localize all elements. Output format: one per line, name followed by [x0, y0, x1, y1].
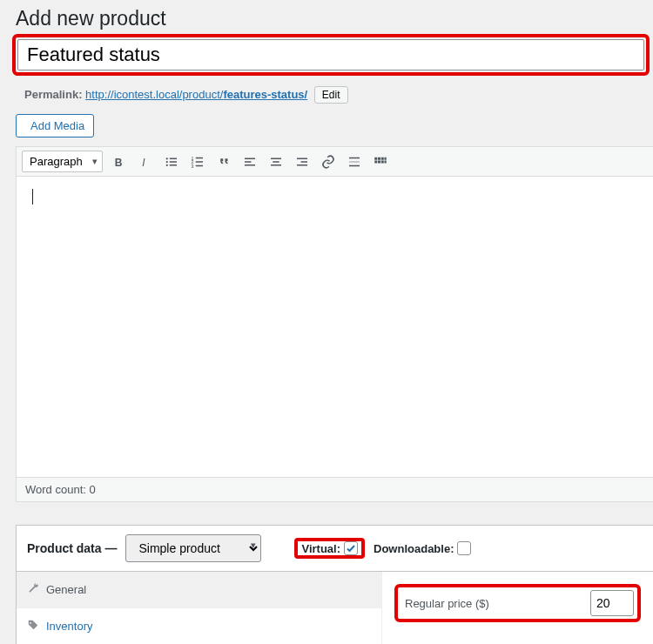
page-title: Add new product: [16, 0, 653, 34]
svg-rect-29: [385, 157, 387, 159]
product-data-title: Product data —: [27, 541, 117, 555]
editor-toolbar: Paragraph B I 123: [17, 147, 653, 177]
regular-price-highlight: Regular price ($): [394, 584, 641, 622]
bold-button[interactable]: B: [110, 152, 129, 171]
svg-text:I: I: [142, 156, 145, 168]
svg-text:3: 3: [192, 163, 194, 168]
align-left-button[interactable]: [240, 152, 259, 171]
svg-point-4: [166, 160, 168, 162]
svg-rect-24: [349, 161, 360, 163]
downloadable-wrap: Downloadable:: [374, 541, 471, 555]
virtual-checkbox[interactable]: [344, 541, 358, 555]
regular-price-input[interactable]: [590, 590, 634, 616]
svg-rect-5: [170, 161, 177, 163]
product-data-header: Product data — Simple product Virtual: D…: [17, 526, 653, 572]
tab-inventory-label: Inventory: [46, 620, 92, 633]
editor-footer: Word count: 0: [17, 477, 653, 501]
product-title-input[interactable]: [17, 39, 644, 70]
svg-rect-22: [297, 164, 307, 166]
tab-inventory[interactable]: Inventory: [17, 608, 381, 644]
permalink-base: http://icontest.local/product/: [85, 88, 223, 101]
product-data-box: Product data — Simple product Virtual: D…: [16, 525, 653, 644]
svg-rect-13: [196, 164, 203, 166]
svg-rect-17: [271, 158, 281, 159]
svg-rect-16: [245, 164, 255, 166]
svg-rect-14: [245, 158, 255, 159]
virtual-label: Virtual:: [301, 542, 340, 555]
svg-rect-20: [297, 158, 307, 159]
svg-rect-27: [378, 157, 380, 159]
text-cursor: [32, 189, 33, 205]
svg-text:B: B: [115, 156, 123, 168]
format-select[interactable]: Paragraph: [22, 151, 103, 172]
bullet-list-button[interactable]: [162, 152, 181, 171]
svg-point-2: [166, 158, 168, 159]
svg-rect-9: [196, 157, 203, 158]
permalink-slug: features-status/: [223, 88, 307, 101]
product-data-tabs: General Inventory: [17, 572, 382, 644]
add-media-button[interactable]: Add Media: [16, 114, 94, 138]
svg-rect-15: [245, 161, 252, 163]
svg-rect-23: [349, 157, 360, 158]
svg-rect-31: [378, 160, 380, 163]
regular-price-label: Regular price ($): [401, 597, 583, 610]
svg-rect-28: [381, 157, 384, 159]
svg-rect-33: [385, 160, 387, 163]
toolbar-toggle-button[interactable]: [371, 152, 390, 171]
svg-rect-3: [170, 158, 177, 159]
downloadable-label: Downloadable:: [374, 542, 454, 555]
tag-icon: [27, 619, 39, 634]
svg-rect-32: [381, 160, 384, 163]
number-list-button[interactable]: 123: [188, 152, 207, 171]
svg-rect-21: [301, 161, 308, 163]
product-data-body: General Inventory Regular price ($): [17, 572, 653, 644]
readmore-button[interactable]: [345, 152, 364, 171]
svg-point-6: [166, 164, 168, 165]
permalink-row: Permalink: http://icontest.local/product…: [16, 81, 653, 112]
svg-rect-11: [196, 161, 203, 163]
italic-button[interactable]: I: [136, 152, 155, 171]
tab-general-label: General: [46, 583, 86, 596]
tab-general[interactable]: General: [17, 572, 381, 608]
permalink-edit-button[interactable]: Edit: [314, 86, 348, 104]
word-count-label: Word count:: [25, 483, 89, 496]
permalink-label: Permalink:: [24, 88, 82, 101]
word-count-value: 0: [89, 483, 95, 496]
product-type-select[interactable]: Simple product: [125, 534, 261, 562]
product-title-highlight: [12, 34, 650, 76]
svg-rect-30: [374, 160, 377, 163]
align-center-button[interactable]: [266, 152, 286, 171]
svg-rect-7: [170, 164, 177, 166]
svg-rect-26: [374, 157, 377, 159]
svg-rect-25: [349, 164, 360, 166]
svg-rect-18: [273, 161, 279, 163]
content-editor[interactable]: [17, 177, 653, 477]
editor-box: Paragraph B I 123 Word count: 0: [16, 146, 653, 502]
link-button[interactable]: [319, 152, 338, 171]
product-data-panel: Regular price ($): [382, 572, 653, 644]
quote-button[interactable]: [214, 152, 233, 171]
svg-rect-19: [271, 164, 281, 166]
permalink-link[interactable]: http://icontest.local/product/features-s…: [85, 88, 307, 101]
downloadable-checkbox[interactable]: [457, 541, 471, 555]
virtual-highlight: Virtual:: [294, 538, 365, 559]
align-right-button[interactable]: [293, 152, 312, 171]
wrench-icon: [27, 582, 39, 597]
add-media-label: Add Media: [30, 119, 84, 132]
